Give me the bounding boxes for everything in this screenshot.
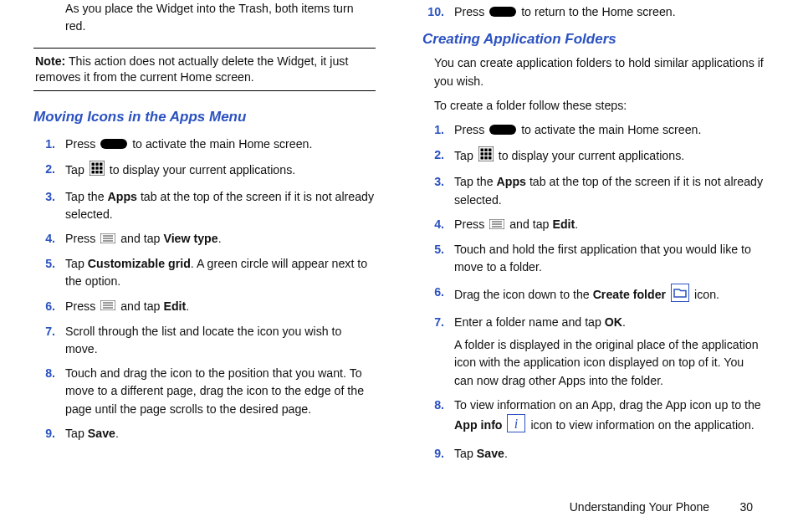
step-4: 4. Press and tap Edit. (422, 212, 765, 238)
step-7: 7. Scroll through the list and locate th… (33, 320, 376, 362)
step-10: 10. Press to return to the Home screen. (422, 0, 765, 25)
step-1: 1. Press to activate the main Home scree… (33, 132, 376, 157)
section-heading-moving-icons: Moving Icons in the Apps Menu (33, 106, 376, 128)
steps-folders: 1. Press to activate the main Home scree… (422, 118, 765, 466)
step-2: 2. Tap to display your current applicati… (33, 157, 376, 184)
home-button-icon (489, 4, 516, 22)
left-column: As you place the Widget into the Trash, … (33, 0, 376, 466)
apps-grid-icon (90, 161, 105, 181)
step-2: 2. Tap to display your current applicati… (422, 143, 765, 170)
step-6: 6. Press and tap Edit. (33, 294, 376, 320)
manual-page: As you place the Widget into the Trash, … (0, 0, 798, 532)
menu-key-icon (100, 231, 115, 248)
steps-continued: 10. Press to return to the Home screen. (422, 0, 765, 25)
step-7: 7. Enter a folder name and tap OK. A fol… (422, 310, 765, 393)
note-text: This action does not actually delete the… (35, 54, 348, 84)
step-5: 5. Tap Customizable grid. A green circle… (33, 252, 376, 294)
step-1: 1. Press to activate the main Home scree… (422, 118, 765, 143)
right-column: 10. Press to return to the Home screen. … (422, 0, 765, 466)
step-3: 3. Tap the Apps tab at the top of the sc… (422, 170, 765, 212)
menu-key-icon (100, 298, 115, 315)
folders-intro-2: To create a folder follow these steps: (422, 97, 765, 115)
footer-title: Understanding Your Phone (570, 500, 709, 514)
page-number: 30 (728, 500, 753, 514)
menu-key-icon (489, 217, 504, 234)
app-info-icon (507, 414, 525, 437)
step-9: 9. Tap Save. (33, 422, 376, 446)
note-box: Note: This action does not actually dele… (33, 48, 376, 91)
steps-moving-icons: 1. Press to activate the main Home scree… (33, 132, 376, 446)
step-9: 9. Tap Save. (422, 442, 765, 466)
home-button-icon (100, 136, 127, 154)
page-footer: Understanding Your Phone 30 (570, 500, 753, 514)
create-folder-icon (671, 284, 689, 307)
section-heading-app-folders: Creating Application Folders (422, 28, 765, 50)
intro-text: As you place the Widget into the Trash, … (33, 0, 376, 36)
step-8: 8. Touch and drag the icon to the positi… (33, 361, 376, 422)
apps-grid-icon (478, 146, 494, 166)
step-6: 6. Drag the icon down to the Create fold… (422, 280, 765, 310)
step-3: 3. Tap the Apps tab at the top of the sc… (33, 185, 376, 228)
step-5: 5. Touch and hold the first application … (422, 238, 765, 280)
step-8: 8. To view information on an App, drag t… (422, 393, 765, 442)
folders-intro-1: You can create application folders to ho… (422, 54, 765, 90)
home-button-icon (489, 122, 516, 140)
step-4: 4. Press and tap View type. (33, 227, 376, 252)
note-label: Note: (35, 54, 65, 68)
